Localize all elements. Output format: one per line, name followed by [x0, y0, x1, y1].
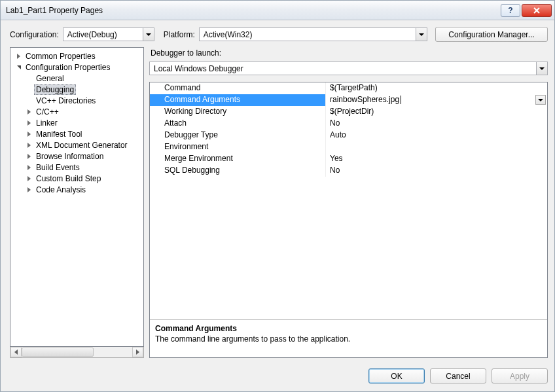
expand-open-icon[interactable] [14, 65, 22, 69]
description-text: The command line arguments to pass to th… [155, 334, 542, 344]
tree-item-label: Custom Build Step [34, 174, 103, 183]
category-tree[interactable]: Common PropertiesConfiguration Propertie… [10, 47, 144, 347]
property-label: Attach [150, 118, 326, 130]
expand-closed-icon[interactable] [25, 154, 33, 159]
debugger-launch-label: Debugger to launch: [151, 48, 548, 58]
property-label: SQL Debugging [150, 165, 326, 177]
property-row[interactable]: Debugger TypeAuto [150, 130, 547, 141]
property-row[interactable]: Command$(TargetPath) [150, 82, 547, 94]
tree-item[interactable]: Configuration Properties [10, 62, 143, 73]
chevron-down-icon [143, 28, 154, 41]
property-value[interactable]: $(TargetPath) [326, 82, 547, 94]
tree-item[interactable]: Code Analysis [10, 184, 143, 195]
dialog-window: Lab1_Part1 Property Pages ? Configuratio… [0, 0, 555, 392]
expand-closed-icon[interactable] [25, 187, 33, 192]
scroll-right-button[interactable] [132, 347, 143, 357]
tree-item-label: Linker [34, 118, 60, 128]
property-value-text: No [330, 118, 340, 128]
tree-item[interactable]: Linker [10, 117, 143, 128]
property-row[interactable]: Environment [150, 141, 547, 153]
expand-closed-icon[interactable] [25, 109, 33, 115]
tree-item-label: Configuration Properties [24, 63, 112, 72]
property-value-text: $(ProjectDir) [330, 107, 374, 116]
tree-item[interactable]: General [10, 73, 143, 84]
property-value[interactable] [326, 141, 547, 153]
configuration-manager-button[interactable]: Configuration Manager... [435, 27, 548, 42]
right-column: Debugger to launch: Local Windows Debugg… [149, 47, 548, 358]
tree-item[interactable]: Manifest Tool [10, 128, 143, 139]
tree-item-label: General [34, 74, 66, 83]
property-value-text: Auto [330, 130, 346, 139]
help-button[interactable]: ? [501, 4, 520, 17]
property-value[interactable]: rainbowSpheres.jpg [326, 94, 547, 106]
ok-button[interactable]: OK [368, 368, 425, 383]
tree-item[interactable]: Common Properties [10, 50, 143, 62]
property-value-text: No [330, 166, 340, 175]
platform-combo[interactable]: Active(Win32) [199, 27, 427, 41]
tree-item[interactable]: Debugging [10, 84, 143, 95]
description-panel: Command Arguments The command line argum… [150, 319, 547, 357]
chevron-down-icon [536, 62, 547, 75]
property-row[interactable]: SQL DebuggingNo [150, 165, 547, 177]
property-dropdown-button[interactable] [535, 95, 546, 105]
tree-scrollbar[interactable] [10, 347, 144, 358]
configuration-label: Configuration: [10, 30, 59, 39]
property-row[interactable]: AttachNo [150, 118, 547, 130]
expand-closed-icon[interactable] [25, 120, 33, 126]
property-value[interactable]: No [326, 118, 547, 130]
property-value[interactable]: Yes [326, 153, 547, 165]
property-row[interactable]: Merge EnvironmentYes [150, 153, 547, 165]
property-label: Working Directory [150, 106, 326, 118]
property-value-text: rainbowSpheres.jpg [330, 95, 399, 104]
property-label: Command [150, 82, 326, 94]
expand-closed-icon[interactable] [14, 54, 22, 59]
tree-item[interactable]: C/C++ [10, 106, 143, 117]
expand-closed-icon[interactable] [25, 165, 33, 170]
expand-closed-icon[interactable] [25, 132, 33, 137]
property-value[interactable]: No [326, 165, 547, 177]
tree-item-label: Debugging [34, 84, 76, 95]
chevron-down-icon [538, 99, 543, 101]
property-value[interactable]: $(ProjectDir) [326, 106, 547, 118]
property-grid-container: Command$(TargetPath)Command Argumentsrai… [149, 82, 548, 358]
text-cursor [401, 96, 401, 104]
chevron-right-icon [136, 349, 139, 355]
scroll-left-button[interactable] [10, 347, 22, 357]
tree-item[interactable]: Browse Information [10, 151, 143, 162]
scroll-thumb[interactable] [22, 347, 94, 357]
platform-label: Platform: [164, 30, 195, 39]
apply-button[interactable]: Apply [492, 368, 548, 383]
tree-item-label: Common Properties [24, 52, 98, 61]
tree-item-label: XML Document Generator [34, 141, 130, 150]
tree-item[interactable]: Build Events [10, 162, 143, 173]
tree-item[interactable]: XML Document Generator [10, 139, 143, 151]
body: Common PropertiesConfiguration Propertie… [1, 47, 554, 363]
tree-panel: Common PropertiesConfiguration Propertie… [10, 47, 144, 358]
property-row[interactable]: Command ArgumentsrainbowSpheres.jpg [150, 94, 547, 106]
description-title: Command Arguments [155, 324, 542, 333]
expand-closed-icon[interactable] [25, 143, 33, 148]
property-label: Debugger Type [150, 130, 326, 141]
cancel-button[interactable]: Cancel [430, 368, 486, 383]
tree-item-label: Browse Information [34, 152, 105, 161]
tree-item[interactable]: Custom Build Step [10, 173, 143, 184]
property-row[interactable]: Working Directory$(ProjectDir) [150, 106, 547, 118]
close-button[interactable] [522, 4, 552, 17]
chevron-down-icon [416, 28, 427, 41]
property-grid[interactable]: Command$(TargetPath)Command Argumentsrai… [150, 82, 547, 319]
tree-item-label: Code Analysis [34, 185, 88, 194]
config-row: Configuration: Active(Debug) Platform: A… [1, 20, 554, 47]
scroll-track[interactable] [22, 347, 132, 357]
property-value[interactable]: Auto [326, 130, 547, 141]
property-value-text: $(TargetPath) [330, 83, 378, 92]
debugger-launch-combo[interactable]: Local Windows Debugger [149, 62, 548, 75]
property-label: Command Arguments [150, 94, 326, 106]
tree-item[interactable]: VC++ Directories [10, 95, 143, 106]
configuration-value: Active(Debug) [67, 30, 117, 39]
tree-item-label: C/C++ [34, 107, 61, 116]
platform-value: Active(Win32) [204, 30, 253, 39]
titlebar[interactable]: Lab1_Part1 Property Pages ? [1, 1, 554, 20]
tree-item-label: VC++ Directories [34, 96, 98, 105]
expand-closed-icon[interactable] [25, 176, 33, 181]
configuration-combo[interactable]: Active(Debug) [63, 27, 154, 41]
